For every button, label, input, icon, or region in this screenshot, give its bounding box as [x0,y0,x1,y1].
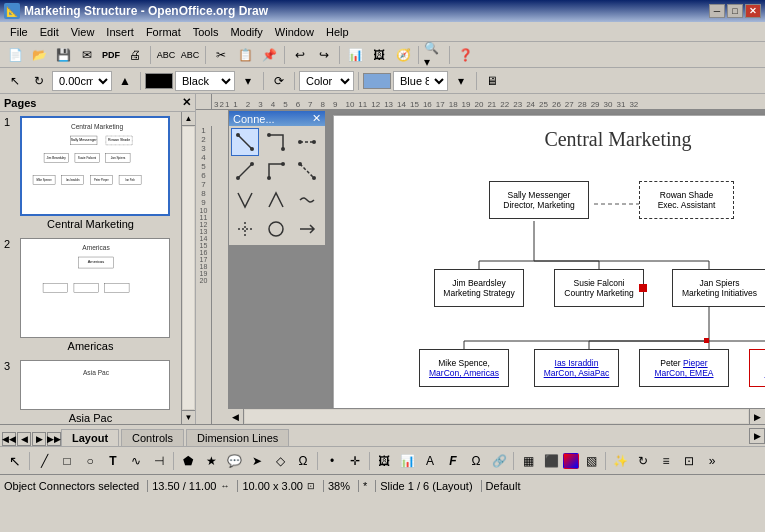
menu-window[interactable]: Window [269,24,320,40]
open-button[interactable]: 📂 [28,44,50,66]
conn-btn-11[interactable] [262,215,290,243]
copy-button[interactable]: 📋 [234,44,256,66]
conn-btn-2[interactable] [262,128,290,156]
page-nav-next[interactable]: ▶ [32,432,46,446]
callout-tool[interactable]: 💬 [223,450,245,472]
cut-button[interactable]: ✂ [210,44,232,66]
conn-btn-10[interactable] [231,215,259,243]
line-tool[interactable]: ╱ [33,450,55,472]
position-input[interactable]: 0.00cm [52,71,112,91]
transform-button[interactable]: ⊡ [678,450,700,472]
shapes-tool[interactable]: ⬟ [177,450,199,472]
tab-controls[interactable]: Controls [121,429,184,446]
ellipse-tool[interactable]: ○ [79,450,101,472]
page-nav-last[interactable]: ▶▶ [47,432,61,446]
line-color-dropdown[interactable]: ▾ [450,70,472,92]
conn-btn-5[interactable] [262,157,290,185]
menu-file[interactable]: File [4,24,34,40]
color-fill-button[interactable] [563,453,579,469]
glue-points-tool[interactable]: ✛ [344,450,366,472]
color-reset-button[interactable]: ⟳ [268,70,290,92]
spellcheck-button[interactable]: ABC [155,44,177,66]
new-button[interactable]: 📄 [4,44,26,66]
minimize-button[interactable]: ─ [709,4,725,18]
conn-btn-9[interactable] [293,186,321,214]
pdf-button[interactable]: PDF [100,44,122,66]
connector-toolbar-header[interactable]: Conne... ✕ [229,111,325,126]
scroll-down-button[interactable]: ▼ [182,410,195,424]
org-box-jan[interactable]: Jan Spiers Marketing Initiatives [672,269,765,307]
org-box-mike[interactable]: Mike Spence, MarCon, Americas [419,349,509,387]
org-box-jim[interactable]: Jim Beardsley Marketing Strategy [434,269,524,307]
tab-scroll-right[interactable]: ▶ [749,428,765,444]
org-box-sally[interactable]: Sally Messenger Director, Marketing [489,181,589,219]
menu-modify[interactable]: Modify [224,24,268,40]
page-item-3[interactable]: 3 Asia Pac Asia Pac [4,360,177,424]
stars-tool[interactable]: ★ [200,450,222,472]
scroll-up-button[interactable]: ▲ [182,112,195,126]
conn-btn-6[interactable] [293,157,321,185]
page-item-1[interactable]: 1 Central Marketing Sally Messenger Rowa… [4,116,177,230]
effects-button[interactable]: ✨ [609,450,631,472]
tab-layout[interactable]: Layout [61,429,119,446]
redo-button[interactable]: ↪ [313,44,335,66]
rotate-button[interactable]: ↻ [28,70,50,92]
maximize-button[interactable]: □ [727,4,743,18]
color-dropdown[interactable]: ▾ [237,70,259,92]
scroll-left-button[interactable]: ◀ [228,409,244,424]
save-button[interactable]: 💾 [52,44,74,66]
conn-btn-1[interactable] [231,128,259,156]
chart-button[interactable]: 📊 [344,44,366,66]
pages-close-button[interactable]: ✕ [182,96,191,109]
menu-insert[interactable]: Insert [100,24,140,40]
text-tool[interactable]: T [102,450,124,472]
paste-button[interactable]: 📌 [258,44,280,66]
close-button[interactable]: ✕ [745,4,761,18]
points-tool[interactable]: • [321,450,343,472]
org-box-susie[interactable]: Susie Falconi Country Marketing [554,269,644,307]
print-button[interactable]: 🖨 [124,44,146,66]
rect-tool[interactable]: □ [56,450,78,472]
block-arrow-tool[interactable]: ➤ [246,450,268,472]
menu-view[interactable]: View [65,24,101,40]
position-spin-up[interactable]: ▲ [114,70,136,92]
pages-scrollbar[interactable]: ▲ ▼ [181,112,195,424]
menu-tools[interactable]: Tools [187,24,225,40]
symbols-tool[interactable]: Ω [292,450,314,472]
gradient-button[interactable]: ▦ [517,450,539,472]
conn-btn-8[interactable] [262,186,290,214]
shadow-button[interactable]: ▧ [580,450,602,472]
menu-edit[interactable]: Edit [34,24,65,40]
page-nav-first[interactable]: ◀◀ [2,432,16,446]
org-box-peter[interactable]: Peter Pieper MarCon, EMEA [639,349,729,387]
navigator-button[interactable]: 🧭 [392,44,414,66]
email-button[interactable]: ✉ [76,44,98,66]
special-char-button[interactable]: Ω [465,450,487,472]
menu-help[interactable]: Help [320,24,355,40]
select-tool[interactable]: ↖ [4,450,26,472]
org-box-ian[interactable]: Ian Fish, MarCon, RoW [749,349,765,387]
fill-button[interactable]: ⬛ [540,450,562,472]
fontwork-button[interactable]: F [442,450,464,472]
scroll-right-button[interactable]: ▶ [749,409,765,424]
spellcheck2-button[interactable]: ABC [179,44,201,66]
insert-chart-button[interactable]: 📊 [396,450,418,472]
connector-toolbar-close[interactable]: ✕ [312,112,321,125]
curve-tool[interactable]: ∿ [125,450,147,472]
page-thumb-2[interactable]: Americas Americas [20,238,170,338]
more-button[interactable]: » [701,450,723,472]
org-box-rowan[interactable]: Rowan Shade Exec. Assistant [639,181,734,219]
menu-format[interactable]: Format [140,24,187,40]
undo-button[interactable]: ↩ [289,44,311,66]
conn-btn-3[interactable] [293,128,321,156]
page-thumb-3[interactable]: Asia Pac [20,360,170,410]
color-type-select[interactable]: Color [299,71,354,91]
zoom-dropdown[interactable]: 🔍▾ [423,44,445,66]
page-item-2[interactable]: 2 Americas Americas [4,238,177,352]
insert-textbox-button[interactable]: A [419,450,441,472]
tab-dimension-lines[interactable]: Dimension Lines [186,429,289,446]
gallery-button[interactable]: 🖼 [368,44,390,66]
align-button[interactable]: ≡ [655,450,677,472]
conn-btn-7[interactable] [231,186,259,214]
insert-image-button[interactable]: 🖼 [373,450,395,472]
